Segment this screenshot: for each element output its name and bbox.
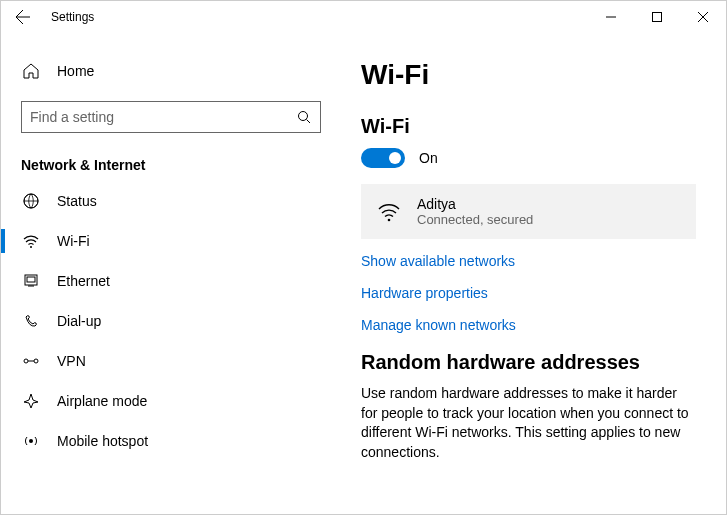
svg-point-6	[24, 359, 28, 363]
sidebar-item-hotspot[interactable]: Mobile hotspot	[1, 421, 321, 461]
airplane-icon	[21, 391, 41, 411]
close-button[interactable]	[680, 1, 726, 33]
hotspot-icon	[21, 431, 41, 451]
hardware-properties-link[interactable]: Hardware properties	[361, 285, 696, 301]
sidebar-item-wifi[interactable]: Wi-Fi	[1, 221, 321, 261]
home-label: Home	[57, 63, 94, 79]
sidebar-item-airplane[interactable]: Airplane mode	[1, 381, 321, 421]
current-network-card[interactable]: Aditya Connected, secured	[361, 184, 696, 239]
network-status: Connected, secured	[417, 212, 533, 227]
vpn-icon	[21, 351, 41, 371]
svg-point-7	[34, 359, 38, 363]
home-button[interactable]: Home	[21, 53, 321, 89]
random-hw-desc: Use random hardware addresses to make it…	[361, 384, 696, 462]
sidebar-item-ethernet[interactable]: Ethernet	[1, 261, 321, 301]
svg-rect-0	[653, 13, 662, 22]
svg-point-1	[299, 112, 308, 121]
svg-rect-5	[27, 277, 35, 282]
sidebar-item-label: Ethernet	[57, 273, 110, 289]
search-box[interactable]	[21, 101, 321, 133]
sidebar-item-label: Status	[57, 193, 97, 209]
wifi-toggle-label: On	[419, 150, 438, 166]
window-controls	[588, 1, 726, 33]
status-icon	[21, 191, 41, 211]
sidebar-item-label: VPN	[57, 353, 86, 369]
wifi-connected-icon	[375, 198, 403, 226]
svg-point-8	[29, 439, 33, 443]
maximize-icon	[652, 12, 662, 22]
show-available-link[interactable]: Show available networks	[361, 253, 696, 269]
main-panel: Wi-Fi Wi-Fi On Aditya Connected, secured…	[331, 33, 726, 514]
wifi-toggle[interactable]	[361, 148, 405, 168]
back-button[interactable]	[7, 1, 39, 33]
sidebar-item-label: Dial-up	[57, 313, 101, 329]
window-title: Settings	[51, 10, 94, 24]
random-hw-heading: Random hardware addresses	[361, 351, 696, 374]
sidebar-item-label: Wi-Fi	[57, 233, 90, 249]
sidebar-item-label: Airplane mode	[57, 393, 147, 409]
wifi-icon	[21, 231, 41, 251]
maximize-button[interactable]	[634, 1, 680, 33]
sidebar: Home Network & Internet Status Wi-Fi	[1, 33, 331, 514]
minimize-icon	[606, 12, 616, 22]
titlebar: Settings	[1, 1, 726, 33]
network-name: Aditya	[417, 196, 533, 212]
category-heading: Network & Internet	[21, 157, 321, 173]
sidebar-item-vpn[interactable]: VPN	[1, 341, 321, 381]
page-title: Wi-Fi	[361, 59, 696, 91]
svg-point-3	[30, 246, 32, 248]
dialup-icon	[21, 311, 41, 331]
sidebar-item-dialup[interactable]: Dial-up	[1, 301, 321, 341]
arrow-left-icon	[15, 9, 31, 25]
sidebar-item-label: Mobile hotspot	[57, 433, 148, 449]
search-icon	[297, 109, 312, 125]
svg-point-9	[388, 218, 391, 221]
wifi-section-heading: Wi-Fi	[361, 115, 696, 138]
ethernet-icon	[21, 271, 41, 291]
sidebar-item-status[interactable]: Status	[1, 181, 321, 221]
manage-known-link[interactable]: Manage known networks	[361, 317, 696, 333]
search-input[interactable]	[30, 109, 297, 125]
wifi-toggle-row: On	[361, 148, 696, 168]
minimize-button[interactable]	[588, 1, 634, 33]
close-icon	[698, 12, 708, 22]
home-icon	[21, 61, 41, 81]
